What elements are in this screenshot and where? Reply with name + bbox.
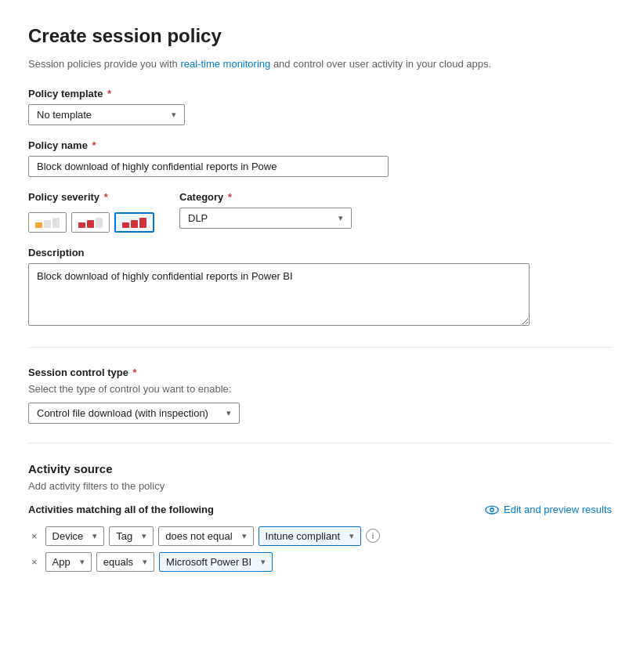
chevron-icon-5: ▾ <box>80 557 85 567</box>
filter-2-operator[interactable]: equals ▾ <box>96 552 154 572</box>
category-value: DLP <box>188 212 208 224</box>
eye-icon <box>485 503 499 517</box>
required-star-name: * <box>89 139 96 151</box>
edit-preview-link[interactable]: Edit and preview results <box>485 503 612 517</box>
severity-medium-icon <box>78 217 103 228</box>
intro-before: Session policies provide you with <box>28 58 180 70</box>
category-label: Category * <box>179 191 352 203</box>
description-label: Description <box>28 247 612 258</box>
matching-label: Activities matching all of the following <box>28 504 214 515</box>
activity-source-title: Activity source <box>28 462 612 475</box>
filter-row-2: × App ▾ equals ▾ Microsoft Power BI ▾ <box>28 552 612 572</box>
section-divider-1 <box>28 347 612 348</box>
chevron-down-icon: ▾ <box>172 110 176 120</box>
policy-template-group: Policy template * No template ▾ <box>28 88 612 125</box>
matching-header: Activities matching all of the following… <box>28 503 612 517</box>
policy-severity-group: Policy severity * <box>28 191 154 233</box>
chevron-icon: ▾ <box>92 531 97 541</box>
activity-filters-hint: Add activity filters to the policy <box>28 480 612 492</box>
filter-1-operator[interactable]: does not equal ▾ <box>158 526 253 546</box>
policy-name-group: Policy name * <box>28 139 612 177</box>
filter-2-field-app[interactable]: App ▾ <box>45 552 92 572</box>
chevron-icon-7: ▾ <box>261 557 266 567</box>
section-divider-2 <box>28 443 612 443</box>
intro-text: Session policies provide you with real-t… <box>28 56 612 72</box>
session-control-label: Session control type * <box>28 367 612 378</box>
chevron-icon-4: ▾ <box>349 531 354 541</box>
chevron-icon-6: ▾ <box>143 557 147 567</box>
chevron-down-icon-cat: ▾ <box>338 213 343 223</box>
activity-source-section: Activity source Add activity filters to … <box>28 462 612 572</box>
severity-category-row: Policy severity * <box>28 191 612 247</box>
session-control-value: Control file download (with inspection) <box>37 407 208 419</box>
policy-template-dropdown[interactable]: No template ▾ <box>28 104 185 125</box>
session-control-subtitle: Select the type of control you want to e… <box>28 383 612 395</box>
svg-point-1 <box>490 508 494 511</box>
description-group: Description Block download of highly con… <box>28 247 612 328</box>
category-group: Category * DLP ▾ <box>179 191 352 229</box>
policy-name-input[interactable] <box>28 156 389 177</box>
severity-medium-option[interactable] <box>71 212 110 233</box>
filter-1-field-tag[interactable]: Tag ▾ <box>109 526 154 546</box>
intro-link[interactable]: real-time monitoring <box>180 58 270 70</box>
severity-high-icon <box>122 217 146 228</box>
filter-2-value[interactable]: Microsoft Power BI ▾ <box>159 552 273 572</box>
session-control-dropdown[interactable]: Control file download (with inspection) … <box>28 403 240 424</box>
session-control-group: Session control type * Select the type o… <box>28 367 612 424</box>
info-icon-1[interactable]: i <box>366 529 380 543</box>
severity-options <box>28 212 154 233</box>
intro-after: and control over user activity in your c… <box>273 58 491 70</box>
filter-row-1: × Device ▾ Tag ▾ does not equal ▾ Intune… <box>28 526 612 546</box>
category-dropdown[interactable]: DLP ▾ <box>179 208 352 229</box>
severity-low-icon <box>35 217 60 228</box>
required-star-sc: * <box>130 367 137 378</box>
required-star-cat: * <box>225 191 232 203</box>
edit-preview-label: Edit and preview results <box>504 504 612 515</box>
page-title: Create session policy <box>28 25 612 47</box>
svg-point-0 <box>486 506 498 514</box>
policy-name-label: Policy name * <box>28 139 612 151</box>
severity-low-option[interactable] <box>28 212 67 233</box>
filter-1-close[interactable]: × <box>28 529 41 544</box>
description-textarea[interactable]: Block download of highly confidential re… <box>28 263 530 326</box>
policy-template-label: Policy template * <box>28 88 612 99</box>
chevron-icon-3: ▾ <box>242 531 247 541</box>
policy-template-value: No template <box>37 109 92 121</box>
required-star: * <box>104 88 111 99</box>
chevron-icon-2: ▾ <box>142 531 146 541</box>
severity-label: Policy severity * <box>28 191 154 203</box>
required-star-sev: * <box>101 191 108 203</box>
severity-high-option[interactable] <box>114 212 154 233</box>
filter-2-close[interactable]: × <box>28 555 41 569</box>
chevron-down-icon-sc: ▾ <box>226 408 231 418</box>
filter-1-value[interactable]: Intune compliant ▾ <box>259 526 361 546</box>
filter-1-field-device[interactable]: Device ▾ <box>45 526 105 546</box>
